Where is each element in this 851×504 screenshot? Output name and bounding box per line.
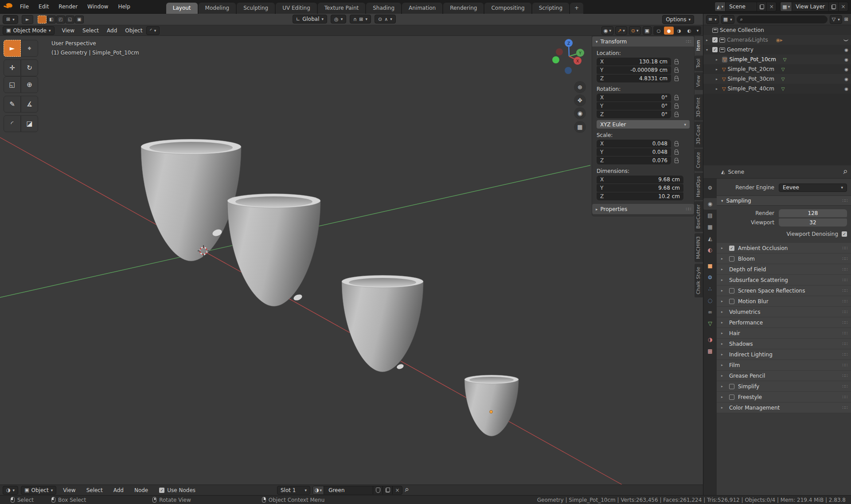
render-samples-field[interactable]: 128 [779,209,847,217]
rotation-z-field[interactable]: Z0° [597,110,671,118]
tab-layout[interactable]: Layout [166,3,198,14]
navigation-gizmo[interactable]: Z Y X [550,38,594,82]
denoising-checkbox[interactable]: ✓ [842,231,847,237]
view-layer-name[interactable]: View Layer [792,4,828,10]
sidebar-tab-create[interactable]: Create [695,149,703,172]
pot-20cm[interactable] [342,275,423,372]
constraints-properties-tab[interactable]: ∞ [703,306,717,318]
properties-panel-header[interactable]: ▸ Properties ∷∷ [592,204,694,214]
add-workspace-button[interactable]: + [570,3,583,14]
sidebar-tab-view[interactable]: View [695,72,703,90]
viewport-3d[interactable]: User Perspective (1) Geometry | Simple_P… [0,36,703,484]
lock-icon[interactable] [675,160,679,163]
shader-menu-view[interactable]: View [59,487,79,493]
outliner-row-geometry[interactable]: ▾ ✓ Geometry ◉ [703,45,851,55]
unlink-material-button[interactable]: × [392,486,402,494]
transform-tool-button[interactable]: ⊕ [21,76,38,93]
outliner-search-input[interactable]: ⌕ [737,16,828,23]
sidebar-tab-3d-coat[interactable]: 3D-Coat [695,121,703,148]
show-visibility-dropdown[interactable]: ◉▾ [601,26,613,35]
menu-help[interactable]: Help [113,0,135,13]
panel-film[interactable]: ▸Film∷∷ [717,360,851,371]
rotation-y-field[interactable]: Y0° [597,102,671,110]
lock-icon[interactable] [675,97,679,100]
panel-checkbox[interactable]: ✓ [729,395,734,400]
outliner-filter-button[interactable]: ▽▾ [830,15,842,24]
browse-material-button[interactable]: ◑▾ [313,486,324,494]
sidebar-tab-hardops[interactable]: HardOps [695,173,703,200]
pot-30cm[interactable] [227,194,320,306]
transform-panel-header[interactable]: ▾ Transform ∷∷ [592,36,694,47]
panel-checkbox[interactable]: ✓ [729,256,734,262]
menu-window[interactable]: Window [82,0,113,13]
lock-icon[interactable] [675,114,679,117]
pot-10cm-selected[interactable] [465,375,519,436]
output-properties-tab[interactable]: ▤ [703,210,717,221]
panel-checkbox[interactable]: ✓ [729,246,734,251]
camera-view-button[interactable]: ◉ [574,107,586,119]
dimensions-y-field[interactable]: Y9.68 cm [597,184,683,192]
sidebar-tab-3d-print[interactable]: 3D-Print [695,94,703,121]
eye-icon[interactable]: ◉ [844,77,848,82]
outliner-display-mode-button[interactable]: ≡▾ [706,15,719,24]
xray-toggle[interactable]: ▣ [643,26,652,35]
panel-grip-icon[interactable]: ∷∷ [842,198,847,203]
outliner-filter-id-button[interactable]: ▦▾ [721,15,734,24]
shading-material-button[interactable]: ◑ [674,27,684,35]
snap-dropdown[interactable]: ∩⊞▾ [350,15,371,23]
particles-properties-tab[interactable]: ∴ [703,283,717,295]
pin-icon[interactable]: ⚲ [842,168,849,175]
shading-rendered-button[interactable]: ◐ [684,27,694,35]
shader-menu-select[interactable]: Select [82,487,107,493]
tab-modeling[interactable]: Modeling [199,3,236,14]
sidebar-tab-chalk-style[interactable]: Chalk Style [695,264,703,297]
scene-properties-tab[interactable]: ◭ [703,233,717,244]
eye-icon[interactable]: ◉ [844,67,848,72]
sidebar-tab-boxcutter[interactable]: BoxCutter [695,201,703,232]
disclosure-triangle-icon[interactable]: ▾ [706,48,710,52]
tab-uv-editing[interactable]: UV Editing [276,3,317,14]
panel-color-management[interactable]: ▸Color Management∷∷ [717,402,851,413]
sidebar-tab-machin3[interactable]: MACHIN3 [695,233,703,262]
zoom-view-button[interactable]: ⊕ [574,81,586,93]
vp-menu-view[interactable]: View [58,27,78,34]
select-mode-intersect-button[interactable]: ▣ [75,16,84,23]
select-box-tool-button[interactable]: ► [4,40,21,57]
collection-checkbox[interactable]: ✓ [712,37,718,43]
panel-grip-icon[interactable]: ∷∷ [686,207,691,211]
shader-menu-add[interactable]: Add [109,487,128,493]
view-layer-delete-button[interactable]: × [838,2,848,11]
pot-40cm[interactable] [141,139,241,261]
rotate-tool-button[interactable]: ↻ [21,59,38,76]
material-name-field[interactable]: Green [324,487,373,493]
shading-solid-button[interactable]: ● [664,27,674,35]
slot-dropdown[interactable]: Slot 1▾ [277,486,310,495]
move-tool-button[interactable]: ✛ [4,59,21,76]
render-properties-tab[interactable]: ◉ [703,198,717,210]
scene-name[interactable]: Scene [726,4,757,10]
new-material-button[interactable] [383,486,392,494]
eye-icon[interactable]: ◉ [844,86,848,91]
select-mode-subtract-button[interactable]: ◰ [56,16,65,23]
disclosure-triangle-icon[interactable]: ▸ [716,58,720,62]
panel-subsurface-scattering[interactable]: ▸Subsurface Scattering∷∷ [717,275,851,285]
panel-performance[interactable]: ▸Performance∷∷ [717,317,851,328]
outliner-row-camera-lights[interactable]: ▸ ✓ Camera&Lights ◉▸ [703,35,851,45]
pan-view-button[interactable]: ✥ [574,94,586,106]
material-properties-tab[interactable]: ◑ [703,334,717,345]
outliner-row-pot-30cm[interactable]: ▸ ▽ Simple_Pot_30cm ▽ ◉ [703,74,851,84]
new-collection-button[interactable]: ⊞ [844,16,848,22]
outliner-row-pot-40cm[interactable]: ▸ ▽ Simple_Pot_40cm ▽ ◉ [703,84,851,94]
collection-checkbox[interactable]: ✓ [712,47,718,52]
transform-extras-dropdown[interactable]: ◜▾ [146,26,160,35]
select-mode-extend-button[interactable]: ◧ [47,16,56,23]
panel-checkbox[interactable]: ✓ [729,288,734,293]
proportional-edit-dropdown[interactable]: ⊙∧▾ [375,15,396,23]
dimensions-x-field[interactable]: X9.68 cm [597,176,683,184]
location-y-field[interactable]: Y-0.000089 cm [597,66,671,74]
panel-motion-blur[interactable]: ▸✓Motion Blur∷∷ [717,296,851,307]
scene-delete-button[interactable]: × [766,2,776,11]
gizmo-neg-z-axis[interactable] [565,67,572,74]
scale-z-field[interactable]: Z0.076 [597,156,671,164]
panel-checkbox[interactable]: ✓ [729,384,734,389]
